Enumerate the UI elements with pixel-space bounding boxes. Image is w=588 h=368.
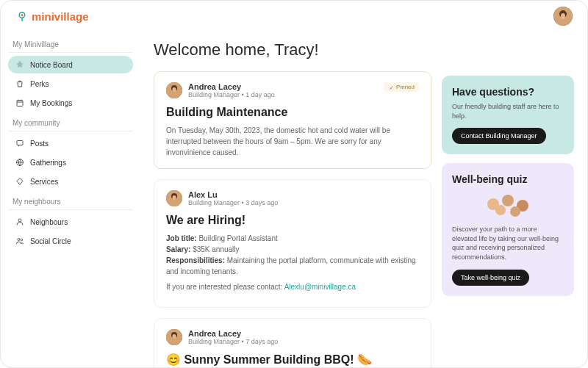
take-quiz-button[interactable]: Take well-being quiz: [452, 270, 529, 286]
user-avatar[interactable]: [553, 7, 573, 26]
sidebar-section-title: My Minivillage: [8, 35, 133, 53]
help-text: Our friendly building staff are here to …: [452, 102, 564, 120]
author-meta: Building Manager • 7 days ago: [188, 338, 278, 345]
svg-point-13: [173, 87, 176, 92]
nav-perks[interactable]: Perks: [8, 75, 133, 93]
logo[interactable]: minivillage: [15, 10, 89, 23]
post-title: Building Maintenance: [166, 106, 419, 119]
author-meta: Building Manager • 3 days ago: [188, 199, 278, 206]
nav-label: Neighbours: [30, 218, 68, 226]
svg-rect-6: [17, 141, 23, 145]
nav-label: Posts: [30, 140, 49, 148]
svg-point-4: [561, 13, 565, 19]
author-name: Andrea Lacey: [188, 82, 275, 91]
pushpin-icon: [388, 84, 394, 90]
svg-point-23: [495, 205, 506, 215]
people-icon: [15, 237, 24, 245]
chat-icon: [15, 139, 24, 148]
help-title: Have questions?: [452, 86, 564, 98]
svg-point-10: [21, 239, 23, 241]
contact-manager-button[interactable]: Contact Building Manager: [452, 128, 546, 144]
pin-icon: [15, 60, 24, 69]
nav-label: Services: [30, 178, 58, 186]
sidebar-section-title: My neighbours: [8, 192, 133, 210]
quiz-text: Discover your path to a more elevated li…: [452, 225, 564, 261]
author-avatar: [166, 82, 182, 98]
svg-point-24: [510, 206, 520, 217]
svg-point-9: [18, 239, 20, 241]
sidebar: My MinivillageNotice BoardPerksMy Bookin…: [1, 32, 140, 367]
notice-card: Alex LuBuilding Manager • 3 days agoWe a…: [154, 179, 431, 308]
author-avatar: [166, 329, 182, 345]
svg-point-21: [502, 195, 514, 206]
notice-card: Andrea LaceyBuilding Manager • 1 day ago…: [154, 71, 431, 169]
bag-icon: [15, 79, 24, 88]
post-body: On Tuesday, May 30th, 2023, the domestic…: [166, 125, 419, 158]
author-name: Andrea Lacey: [188, 329, 278, 338]
globe-icon: [15, 158, 24, 167]
post-title: We are Hiring!: [166, 214, 419, 227]
sidebar-section-title: My community: [8, 113, 133, 131]
logo-text: minivillage: [32, 10, 89, 23]
post-body: Job title: Building Portal AssistantSala…: [166, 233, 419, 292]
svg-point-1: [21, 14, 24, 16]
page-title: Welcome home, Tracy!: [154, 32, 431, 71]
author-meta: Building Manager • 1 day ago: [188, 91, 275, 98]
nav-label: My Bookings: [30, 99, 72, 107]
svg-point-16: [173, 195, 176, 200]
nav-services[interactable]: Services: [8, 173, 133, 190]
calendar-icon: [15, 98, 24, 107]
diamond-icon: [15, 177, 24, 186]
nav-neighbours[interactable]: Neighbours: [8, 213, 133, 231]
nav-label: Gatherings: [30, 159, 66, 167]
notice-card: Andrea LaceyBuilding Manager • 7 days ag…: [154, 318, 431, 367]
nav-gatherings[interactable]: Gatherings: [8, 154, 133, 171]
post-title: 😊 Sunny Summer Building BBQ! 🌭: [166, 353, 419, 367]
header: minivillage: [1, 1, 587, 32]
svg-point-19: [173, 334, 176, 339]
quiz-illustration: [452, 190, 564, 219]
nav-label: Social Circle: [30, 237, 71, 245]
person-icon: [15, 217, 24, 226]
author-name: Alex Lu: [188, 190, 278, 199]
logo-icon: [15, 10, 29, 23]
nav-notice-board[interactable]: Notice Board: [8, 56, 133, 73]
nav-bookings[interactable]: My Bookings: [8, 94, 133, 112]
quiz-card: Well-being quiz Discover your path to a …: [442, 163, 574, 295]
nav-social[interactable]: Social Circle: [8, 232, 133, 250]
quiz-title: Well-being quiz: [452, 173, 564, 185]
author-avatar: [166, 190, 182, 206]
nav-label: Notice Board: [30, 61, 73, 69]
svg-rect-5: [17, 101, 23, 107]
pinned-badge: Pinned: [384, 82, 419, 92]
help-card: Have questions? Our friendly building st…: [442, 76, 574, 154]
svg-point-8: [18, 219, 21, 222]
nav-posts[interactable]: Posts: [8, 134, 133, 152]
nav-label: Perks: [30, 80, 49, 88]
